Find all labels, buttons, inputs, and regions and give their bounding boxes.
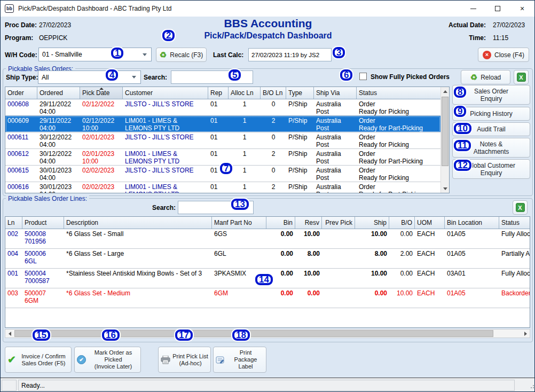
lines-horizontal-scrollbar[interactable] xyxy=(5,329,530,338)
col-header-prev-pick[interactable]: Prev Pick xyxy=(322,217,355,229)
col-header-type[interactable]: Type xyxy=(286,87,314,99)
cell-type: P/Ship xyxy=(286,166,314,182)
orders-table: Order Ordered Pick Date Customer Rep All… xyxy=(5,87,450,193)
cell-type: P/Ship xyxy=(286,182,314,193)
col-header-rep[interactable]: Rep xyxy=(208,87,229,99)
cell-pick-date: 02/02/2023 xyxy=(80,166,123,182)
cell-manf-part-no: 6GL xyxy=(212,249,266,268)
cell-ln: 002 xyxy=(5,229,22,248)
col-header-ship[interactable]: Ship xyxy=(355,217,389,229)
recalc-label: Recalc (F3) xyxy=(170,51,203,59)
scroll-right-icon[interactable] xyxy=(521,330,530,338)
mark-picked-label: Mark Order as Picked (Invoice Later) xyxy=(88,349,138,370)
window-title: Pick/Pack/Despatch Dashboard - ABC Tradi… xyxy=(18,5,171,12)
cell-customer: JILSTO - JILL'S STORE xyxy=(123,132,208,148)
line-row[interactable]: 004 500006 6GL *6 Glass Set - Large 6GL … xyxy=(5,249,530,269)
show-fully-picked-checkbox[interactable] xyxy=(359,73,367,80)
cell-ordered: 30/01/2023 04:00 xyxy=(37,166,80,182)
recalc-button[interactable]: ♻ Recalc (F3) xyxy=(156,48,207,62)
cell-description: *6 Glass Set - Large xyxy=(64,249,212,268)
cell-description: *6 Glass Set - Medium xyxy=(64,288,212,308)
col-header-pick-date[interactable]: Pick Date xyxy=(80,87,123,99)
col-header-bin-location[interactable]: Bin Location xyxy=(445,217,499,229)
invoice-confirm-label: Invoice / Confirm Sales Order (F5) xyxy=(18,353,69,367)
cell-bo-ln: 2 xyxy=(261,149,286,165)
reload-label: Reload xyxy=(481,74,501,81)
scroll-left-icon[interactable] xyxy=(5,330,14,338)
col-header-product[interactable]: Product xyxy=(22,217,64,229)
orders-search-label: Search: xyxy=(144,74,167,81)
orders-export-excel-button[interactable]: X xyxy=(514,70,529,84)
invoice-confirm-button[interactable]: ✔ Invoice / Confirm Sales Order (F5) xyxy=(5,347,72,373)
cell-ship: 10.00 xyxy=(355,229,389,248)
col-header-ordered[interactable]: Ordered xyxy=(37,87,80,99)
scroll-down-icon[interactable] xyxy=(441,184,449,193)
cell-alloc-ln: 1 xyxy=(229,132,261,148)
print-package-label-button[interactable]: Print Package Label xyxy=(213,347,266,373)
col-header-ln[interactable]: Ln xyxy=(5,217,22,229)
ship-type-value: All xyxy=(42,74,49,81)
app-window: bb Pick/Pack/Despatch Dashboard - ABC Tr… xyxy=(0,0,535,392)
reload-button[interactable]: ♻ Reload xyxy=(461,70,510,84)
col-header-customer[interactable]: Customer xyxy=(123,87,208,99)
annotation-badge-12: 12 xyxy=(454,160,471,171)
cell-bo: 10.00 xyxy=(389,288,415,308)
cell-status: Partially Allocated xyxy=(499,249,530,268)
line-row[interactable]: 002 500008 701956 *6 Glass Set - Small 6… xyxy=(5,229,530,249)
col-header-bin[interactable]: Bin xyxy=(266,217,295,229)
time-label: Time: xyxy=(469,34,486,42)
cell-prev-pick xyxy=(322,288,355,308)
cell-alloc-ln: 1 xyxy=(229,166,261,182)
orders-vertical-scrollbar[interactable] xyxy=(440,87,449,193)
cell-ln: 003 xyxy=(5,288,22,308)
order-row[interactable]: 000616 30/01/2023 04:00 02/02/2023 LIM00… xyxy=(5,182,440,193)
print-pick-list-button[interactable]: Print Pick List (Ad-hoc) xyxy=(158,347,211,373)
col-header-ship-via[interactable]: Ship Via xyxy=(314,87,357,99)
cell-status: Order Ready for Picking xyxy=(357,132,440,148)
cell-customer: LIM001 - LIMES & LEMONS PTY LTD xyxy=(123,116,208,132)
order-row[interactable]: 000611 30/12/2022 04:00 02/01/2023 JILST… xyxy=(5,132,440,149)
col-header-status[interactable]: Status xyxy=(499,217,530,229)
title-bar: bb Pick/Pack/Despatch Dashboard - ABC Tr… xyxy=(1,1,534,17)
order-row[interactable]: 000608 29/11/2022 04:00 02/12/2022 JILST… xyxy=(5,99,440,116)
cell-order: 000611 xyxy=(5,132,37,148)
cell-uom: EACH xyxy=(415,229,445,248)
col-header-manf-part-no[interactable]: Manf Part No xyxy=(212,217,266,229)
annotation-badge-6: 6 xyxy=(340,69,352,81)
scrollbar-thumb[interactable] xyxy=(14,330,493,337)
col-header-bo-ln[interactable]: B/O Ln xyxy=(261,87,286,99)
status-bar: Ready... xyxy=(1,378,535,392)
close-button[interactable]: × Close (F4) xyxy=(478,48,529,62)
cell-ship: 0.00 xyxy=(355,288,389,308)
col-header-status[interactable]: Status xyxy=(357,87,440,99)
mark-picked-button[interactable]: ✔ Mark Order as Picked (Invoice Later) xyxy=(74,347,141,373)
print-package-label-label: Print Package Label xyxy=(227,349,264,370)
scroll-up-icon[interactable] xyxy=(441,87,449,96)
col-header-uom[interactable]: UOM xyxy=(415,217,445,229)
annotation-badge-18: 18 xyxy=(232,330,250,341)
col-header-alloc-ln[interactable]: Alloc Ln xyxy=(229,87,261,99)
col-header-resv[interactable]: Resv xyxy=(295,217,322,229)
col-header-description[interactable]: Description xyxy=(64,217,212,229)
cell-bo: 2.00 xyxy=(389,249,415,268)
cell-bin-location: 01A05 xyxy=(445,229,499,248)
line-row-backorder[interactable]: 003 500007 6GM *6 Glass Set - Medium 6GM… xyxy=(5,288,530,308)
maximize-button[interactable] xyxy=(485,1,510,17)
orders-search-input[interactable] xyxy=(171,70,253,84)
col-header-bo[interactable]: B/O xyxy=(389,217,415,229)
cell-rep: 01 xyxy=(208,116,229,132)
cell-manf-part-no: 6GS xyxy=(212,229,266,248)
cell-order: 000615 xyxy=(5,166,37,182)
minimize-button[interactable] xyxy=(461,1,485,17)
cell-ship-via: Australia Post xyxy=(314,99,357,115)
order-row-selected[interactable]: 000609 29/11/2022 04:00 02/12/2022 10:00… xyxy=(5,116,440,132)
cell-bo-ln: 2 xyxy=(261,116,286,132)
scrollbar-thumb[interactable] xyxy=(442,97,449,166)
close-circle-icon: × xyxy=(483,51,491,59)
wh-code-combobox[interactable]: 01 - Smallville xyxy=(38,48,152,61)
lines-export-excel-button[interactable]: X xyxy=(513,200,528,215)
close-window-button[interactable]: × xyxy=(510,1,534,17)
ship-type-combobox[interactable]: All xyxy=(38,70,141,84)
resize-grip-icon[interactable] xyxy=(531,387,532,388)
col-header-order[interactable]: Order xyxy=(5,87,37,99)
